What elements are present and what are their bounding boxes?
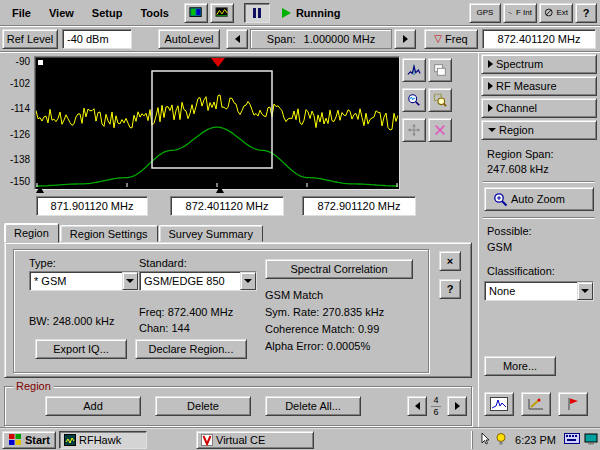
chevron-down-icon [488,128,496,132]
zoom-trace-icon [407,92,421,108]
tab-region-settings[interactable]: Region Settings [60,225,158,242]
declare-region-button[interactable]: Declare Region... [135,339,247,359]
display-layout-button[interactable] [184,3,208,23]
span-center-marker-icon[interactable] [216,186,224,193]
pointer-tray-icon[interactable] [479,432,491,448]
classification-select[interactable]: None [484,281,594,301]
peak-display-button[interactable] [402,58,426,82]
standard-select-dropdown-button[interactable] [240,272,256,290]
chevron-right-icon [488,104,493,112]
standard-select[interactable]: GSM/EDGE 850 [139,271,257,291]
pause-button[interactable] [244,3,270,23]
y-tick-label: -150 [2,176,30,187]
zoom-trace-button[interactable] [402,88,426,112]
panel-header-region[interactable]: Region [481,120,597,140]
type-select[interactable]: * GSM [29,271,139,291]
trace-colors-button[interactable] [210,3,234,23]
stop-freq-readout[interactable]: 872.901120 MHz [302,196,416,216]
measure-marker-button[interactable] [521,392,551,416]
delete-all-regions-button[interactable]: Delete All... [265,396,361,416]
left-arrow-icon [235,35,240,43]
rfhawk-app-icon [64,434,76,446]
freq-ref-external-button[interactable]: Ext [539,3,573,23]
freq-ref-external-label: Ext [556,8,568,17]
auto-zoom-button[interactable]: Auto Zoom [484,187,594,211]
add-region-button[interactable]: Add [45,396,141,416]
menu-tools[interactable]: Tools [131,4,178,22]
tab-survey-summary[interactable]: Survey Summary [159,225,263,242]
circle-slash-icon [544,7,553,18]
menu-view[interactable]: View [40,4,83,22]
more-button-label: More... [503,360,537,372]
export-iq-button[interactable]: Export IQ... [35,339,127,359]
correlation-mask-curve [36,127,398,186]
cascade-view-button[interactable] [428,58,452,82]
start-freq-readout[interactable]: 871.901120 MHz [36,196,148,216]
freq-ref-internal-button[interactable]: F Int [503,3,537,23]
flag-region-button[interactable] [558,392,588,416]
span-start-marker-icon[interactable] [36,186,44,193]
panel-close-button[interactable]: × [439,251,461,271]
menu-file[interactable]: File [3,4,40,22]
pan-view-button[interactable] [402,118,426,142]
alpha-error-text: Alpha Error: 0.0005% [265,340,370,352]
display-tray-icon[interactable] [584,433,598,447]
left-arrow-icon [415,402,420,410]
control-sidebar: Spectrum RF Measure Channel Region Regio… [478,52,600,428]
previous-region-button[interactable] [407,396,427,416]
center-frequency-display[interactable]: 872.401120 MHz [482,29,596,49]
region-page-total: 6 [433,408,438,417]
span-value: 1.000000 MHz [304,33,376,45]
ref-level-button[interactable]: Ref Level [2,29,58,49]
more-button[interactable]: More... [484,356,556,376]
declare-region-label: Declare Region... [149,343,234,355]
center-marker-icon[interactable] [211,58,225,67]
mini-spectrum-button[interactable] [484,392,514,416]
delete-region-label: Delete [187,400,219,412]
red-flag-icon [566,397,580,411]
center-freq-readout[interactable]: 872.401120 MHz [170,196,284,216]
spectrum-trace-line [36,95,398,130]
panel-header-channel[interactable]: Channel [481,98,597,118]
task-button-virtual-ce[interactable]: Virtual CE [196,431,314,449]
menu-bar: File View Setup Tools Running [0,0,600,26]
freq-button[interactable]: ▽ Freq [424,29,478,49]
spectral-correlation-button[interactable]: Spectral Correlation [265,259,413,279]
help-button[interactable]: ? [575,3,597,23]
right-arrow-icon [403,35,408,43]
tab-region[interactable]: Region [4,223,59,243]
delete-region-button-2[interactable]: Delete [155,396,251,416]
spectrum-plot-svg [36,58,398,188]
panel-help-button[interactable]: ? [439,279,461,299]
play-icon [282,8,291,18]
type-select-dropdown-button[interactable] [122,272,138,290]
selection-region-box[interactable] [152,71,272,168]
standard-label: Standard: [139,257,187,269]
mini-spectrum-icon [490,397,508,411]
bulb-tray-icon[interactable] [495,432,507,448]
y-tick-label: -102 [2,78,30,89]
classification-dropdown-button[interactable] [577,282,593,300]
frequency-text: Freq: 872.400 MHz [139,306,233,318]
start-button[interactable]: Start [2,431,56,449]
span-decrease-button[interactable] [226,29,248,49]
ref-level-input[interactable]: -40 dBm [62,29,132,49]
menu-setup[interactable]: Setup [83,4,132,22]
run-status[interactable]: Running [282,7,341,19]
clock[interactable]: 6:23 PM [511,434,560,446]
keyboard-tray-icon[interactable] [564,433,580,446]
autolevel-button[interactable]: AutoLevel [158,29,220,49]
panel-header-spectrum[interactable]: Spectrum [481,54,597,74]
y-tick-label: -126 [2,129,30,140]
span-increase-button[interactable] [394,29,416,49]
gps-button-label: GPS [477,8,494,17]
task-button-rfhawk[interactable]: RFHawk [59,431,147,449]
gps-button[interactable]: GPS [469,3,501,23]
taskbar: Start RFHawk Virtual CE [0,428,600,450]
channel-text: Chan: 144 [139,322,190,334]
zoom-region-button[interactable] [428,88,452,112]
spectrum-plot[interactable] [34,56,400,190]
delete-region-button[interactable] [428,118,452,142]
panel-header-rf-measure[interactable]: RF Measure [481,76,597,96]
next-region-button[interactable] [447,396,467,416]
